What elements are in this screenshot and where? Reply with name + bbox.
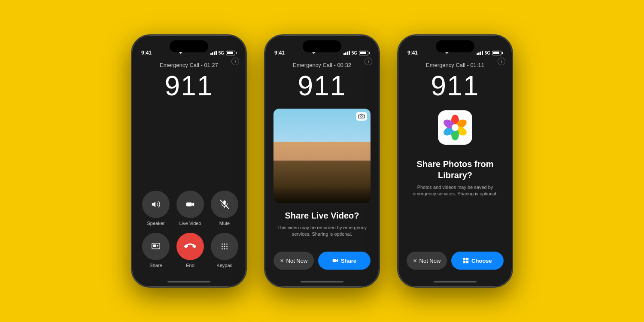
share-label: Share	[149, 263, 162, 268]
mute-button[interactable]	[211, 191, 238, 218]
svg-point-12	[224, 246, 225, 247]
battery-1	[226, 51, 237, 55]
signal-icon-2	[343, 51, 350, 55]
time-2: 9:41	[274, 50, 285, 56]
end-btn-wrap: End	[176, 233, 204, 268]
svg-rect-0	[186, 202, 192, 206]
phone-content-1: Emergency Call - 01:27 911 Speaker Live …	[132, 58, 246, 281]
phone-1: 9:41 ✈ 5G i Emergency Call - 01:27 911 S…	[131, 34, 247, 288]
call-number-3: 911	[407, 70, 504, 102]
svg-rect-18	[333, 259, 336, 262]
speaker-btn-wrap: Speaker	[142, 191, 170, 226]
end-label: End	[186, 263, 194, 268]
keypad-label: Keypad	[216, 263, 232, 268]
5g-label-1: 5G	[219, 51, 224, 55]
mute-btn-wrap: Mute	[211, 191, 238, 226]
speaker-button[interactable]	[142, 191, 170, 218]
battery-3	[492, 51, 503, 55]
prompt-subtitle-3: Photos and videos may be saved by emerge…	[407, 184, 504, 197]
x-icon-3: ✕	[413, 258, 417, 264]
svg-point-13	[226, 246, 228, 247]
5g-label-2: 5G	[352, 51, 357, 55]
svg-rect-6	[153, 244, 156, 247]
not-now-label-3: Not Now	[419, 258, 441, 264]
camera-capture-icon[interactable]	[356, 112, 367, 121]
svg-point-11	[222, 246, 223, 247]
svg-marker-19	[336, 259, 338, 262]
share-btn-wrap: Share	[142, 233, 170, 268]
status-right-1: 5G	[210, 51, 237, 55]
svg-point-16	[226, 248, 228, 249]
phone-content-3: Emergency Call - 01:11 911 S	[398, 58, 512, 281]
prompt-subtitle-2: This video may be recorded by emergency …	[273, 225, 371, 238]
not-now-button-3[interactable]: ✕ Not Now	[407, 252, 447, 270]
status-right-3: 5G	[477, 51, 503, 55]
info-icon-2[interactable]: i	[365, 58, 372, 65]
status-right-2: 5G	[343, 51, 370, 55]
svg-point-10	[226, 243, 228, 245]
speaker-label: Speaker	[147, 221, 165, 226]
svg-point-7	[157, 245, 158, 246]
mute-label: Mute	[219, 221, 230, 226]
svg-point-8	[222, 243, 223, 245]
prompt-title-2: Share Live Video?	[273, 210, 371, 221]
phone-content-2: Emergency Call - 00:32 911 Share Live Vi…	[265, 58, 379, 281]
share-video-button[interactable]: Share	[318, 252, 371, 270]
info-icon-3[interactable]: i	[498, 58, 505, 65]
signal-icon-3	[477, 51, 483, 55]
live-video-button[interactable]	[176, 191, 204, 218]
signal-icon-1	[210, 51, 217, 55]
svg-rect-29	[463, 261, 466, 264]
call-label-3: Emergency Call - 01:11	[407, 62, 504, 68]
svg-point-26	[452, 124, 459, 131]
keypad-button[interactable]	[211, 233, 238, 260]
phone-3: 9:41 ✈ 5G i Emergency Call - 01:11 911	[397, 34, 513, 288]
info-icon-1[interactable]: i	[231, 58, 239, 65]
call-label-2: Emergency Call - 00:32	[273, 62, 371, 68]
prompt-title-3: Share Photos from Library?	[407, 158, 504, 181]
dynamic-island-3	[436, 40, 474, 52]
time-3: 9:41	[407, 50, 418, 56]
dynamic-island-1	[170, 40, 208, 52]
choose-button[interactable]: Choose	[451, 252, 504, 270]
home-bar-1	[167, 281, 210, 283]
svg-point-17	[361, 115, 362, 117]
keypad-btn-wrap: Keypad	[211, 233, 238, 268]
svg-rect-28	[466, 258, 469, 261]
svg-marker-1	[192, 202, 194, 206]
dynamic-island-2	[303, 40, 341, 52]
share-button[interactable]	[142, 233, 170, 260]
action-buttons-2: ✕ Not Now Share	[273, 252, 371, 270]
5g-label-3: 5G	[485, 51, 490, 55]
phone-2: 9:41 ✈ 5G i Emergency Call - 00:32 911	[264, 34, 380, 288]
photos-app-icon	[438, 110, 472, 145]
svg-point-9	[224, 243, 225, 245]
live-video-label: Live Video	[179, 221, 201, 226]
svg-rect-30	[466, 261, 469, 264]
call-number-1: 911	[140, 70, 237, 102]
call-label-1: Emergency Call - 01:27	[140, 62, 237, 68]
svg-point-15	[224, 248, 225, 249]
not-now-button-2[interactable]: ✕ Not Now	[273, 252, 314, 270]
end-button[interactable]	[176, 233, 204, 260]
time-1: 9:41	[141, 50, 152, 56]
x-icon-2: ✕	[280, 258, 284, 264]
not-now-label-2: Not Now	[286, 258, 308, 264]
call-buttons-grid: Speaker Live Video Mute Share	[140, 191, 237, 268]
choose-label-3: Choose	[471, 258, 492, 264]
action-buttons-3: ✕ Not Now Choose	[407, 252, 504, 270]
call-number-2: 911	[273, 70, 371, 102]
svg-point-14	[222, 248, 223, 249]
video-preview	[273, 109, 371, 203]
battery-2	[359, 51, 370, 55]
home-bar-3	[434, 281, 477, 283]
share-label-2: Share	[341, 258, 356, 264]
svg-rect-27	[463, 258, 466, 261]
home-bar-2	[301, 281, 343, 283]
live-video-btn-wrap: Live Video	[176, 191, 204, 226]
